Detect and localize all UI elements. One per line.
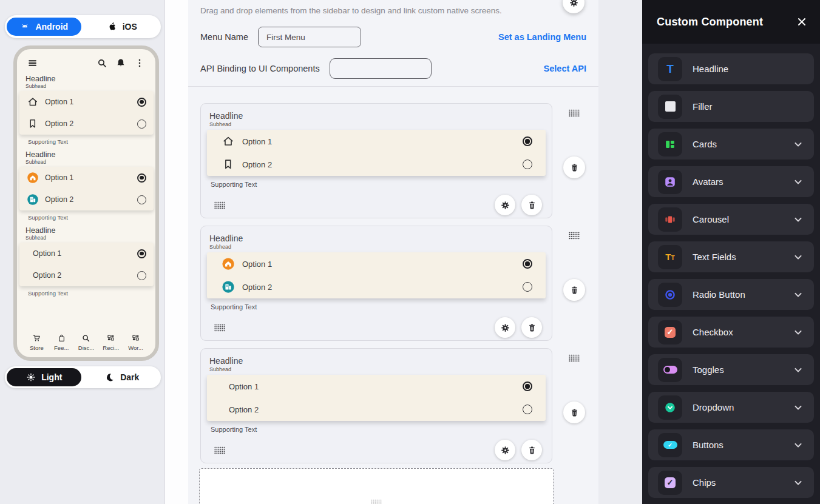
menu-settings-button[interactable] [563,0,585,13]
option-row[interactable]: Option 2 [207,398,546,421]
radio-unselected[interactable] [523,282,532,292]
drag-handle-icon[interactable] [214,201,225,209]
card-drag-handle-icon[interactable] [569,232,580,240]
sidebar-item-cards[interactable]: Cards [648,129,814,160]
option-row[interactable]: Option 2 [207,153,546,176]
sidebar-item-text-fields[interactable]: TT Text Fields [648,241,814,272]
select-api-link[interactable]: Select API [544,64,586,73]
phone-top-bar [17,49,155,69]
card-settings-button[interactable] [495,195,515,215]
sidebar-item-headline[interactable]: T Headline [648,53,814,84]
option-row[interactable]: Option 1 [207,375,546,398]
canvas-card-wrap: Headline Subhead Option 1 Option 2 Suppo… [200,226,589,341]
phone-option-row[interactable]: Option 1 [19,91,154,113]
home-outline-icon [27,96,39,108]
sidebar-item-carousel[interactable]: Carousel [648,204,814,235]
kebab-menu-icon[interactable] [134,57,146,69]
card-delete-button[interactable] [521,195,542,215]
card-remove-button[interactable] [563,279,585,301]
option-row[interactable]: Option 2 [207,275,546,298]
api-binding-row: API Binding to UI Components Select API [200,58,586,79]
moon-icon [104,372,115,383]
card-delete-button[interactable] [521,317,542,338]
phone-nav-item[interactable]: Disc... [74,333,99,351]
textfields-icon: TT [658,245,682,269]
menu-name-input[interactable] [258,27,361,47]
card-headline: Headline [209,356,552,366]
sidebar-item-checkbox[interactable]: ✓ Checkbox [648,317,814,348]
component-drop-zone[interactable] [199,468,554,504]
bookmark-outline-icon [222,158,235,171]
home-outline-icon [222,135,235,148]
phone-option-row[interactable]: Option 2 [19,189,154,210]
chevron-down-icon [792,439,804,451]
radio-selected[interactable] [137,249,146,258]
radio-selected[interactable] [137,98,146,107]
hamburger-menu-icon[interactable] [27,57,39,69]
dropdown-icon [658,395,682,420]
api-binding-input[interactable] [330,58,432,79]
radio-unselected[interactable] [137,195,146,204]
phone-headline: Headline [25,75,155,83]
card-drag-handle-icon[interactable] [569,109,580,117]
menu-component-card[interactable]: Headline Subhead Option 1 Option 2 Suppo… [200,226,552,341]
radio-selected[interactable] [523,259,532,269]
menu-component-card[interactable]: Headline Subhead Option 1 Option 2 Suppo… [200,103,552,218]
card-remove-button[interactable] [563,402,585,423]
sidebar-item-avatars[interactable]: Avatars [648,166,814,197]
phone-option-row[interactable]: Option 1 [19,243,154,264]
ios-tab[interactable]: iOS [85,18,160,36]
store-filled-icon [27,193,39,206]
radio-selected[interactable] [523,136,532,146]
ios-tab-label: iOS [123,22,137,32]
phone-option-row[interactable]: Option 2 [19,113,154,135]
canvas-card-wrap: Headline Subhead Option 1 Option 2 Suppo… [200,103,589,218]
card-delete-button[interactable] [521,440,542,460]
radio-unselected[interactable] [137,271,146,280]
card-drag-handle-icon[interactable] [569,354,580,362]
menu-component-card[interactable]: Headline Subhead Option 1 Option 2 Suppo… [200,348,552,463]
filler-square-icon [658,95,682,119]
sidebar-item-toggles[interactable]: Toggles [648,354,814,385]
sidebar-item-buttons[interactable]: ✓ Buttons [648,429,814,460]
option-label: Option 1 [229,382,259,391]
search-icon[interactable] [96,57,108,69]
dark-theme-tab[interactable]: Dark [85,368,160,386]
radio-unselected[interactable] [137,119,146,129]
phone-option-row[interactable]: Option 1 [19,167,154,189]
card-settings-button[interactable] [495,440,515,460]
carousel-icon [658,207,682,232]
card-supporting-text: Supporting Text [211,181,552,188]
option-label: Option 2 [229,405,259,414]
close-icon[interactable] [796,16,808,28]
phone-subhead: Subhead [25,83,155,89]
radio-selected[interactable] [523,381,532,391]
drag-handle-icon[interactable] [214,446,225,454]
phone-supporting-text: Supporting Text [28,214,155,221]
card-headline: Headline [209,234,552,243]
radio-unselected[interactable] [523,405,532,414]
phone-option-row[interactable]: Option 2 [19,264,154,286]
option-row[interactable]: Option 1 [207,130,546,153]
nav-item-label: Store [30,344,44,351]
sidebar-item-label: Buttons [693,440,723,450]
phone-nav-item[interactable]: Store [24,333,49,351]
phone-nav-item[interactable]: Fee... [49,333,74,351]
drag-handle-icon[interactable] [214,324,225,332]
sidebar-item-filler[interactable]: Filler [648,91,814,122]
sidebar-item-dropdown[interactable]: Dropdown [648,392,814,423]
bell-icon[interactable] [115,57,127,69]
option-row[interactable]: Option 1 [207,252,546,275]
card-remove-button[interactable] [563,156,585,178]
phone-nav-item[interactable]: Wor... [123,333,148,351]
radio-selected[interactable] [137,173,146,183]
sidebar-item-radio-button[interactable]: Radio Button [648,279,814,310]
card-settings-button[interactable] [495,317,515,338]
light-theme-tab[interactable]: Light [7,368,81,386]
set-landing-menu-link[interactable]: Set as Landing Menu [498,32,586,42]
android-tab[interactable]: Android [7,18,81,36]
sidebar-item-label: Radio Button [693,289,745,300]
radio-unselected[interactable] [523,160,532,169]
phone-nav-item[interactable]: Reci... [98,333,123,351]
sidebar-item-chips[interactable]: ✓ Chips [648,467,814,498]
